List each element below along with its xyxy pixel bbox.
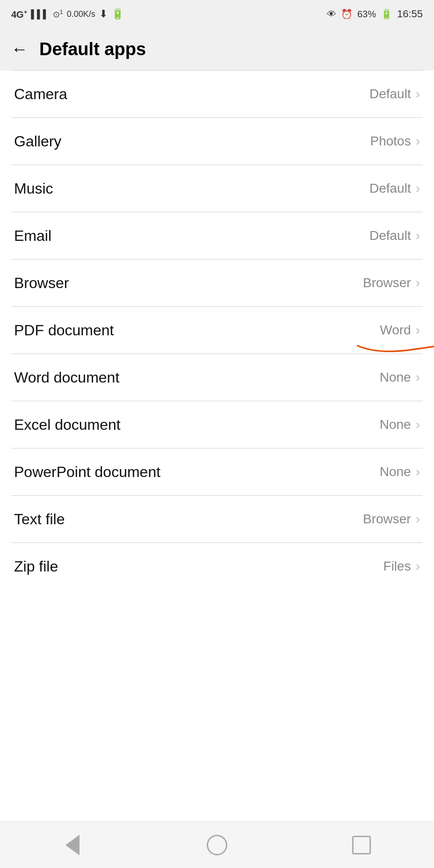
settings-item-pdf-document[interactable]: PDF documentWord› — [0, 307, 434, 354]
download-icon: ⬇ — [99, 8, 108, 20]
item-label: Excel document — [14, 416, 121, 434]
item-label: Text file — [14, 511, 65, 528]
chevron-right-icon: › — [416, 559, 420, 574]
status-left: 4G+ ▌▌▌ ⊙1 0.00K/s ⬇ 🔋 — [11, 8, 124, 20]
back-button[interactable]: ← — [11, 39, 28, 59]
battery-percent: 63% — [357, 9, 376, 20]
item-value: Browser — [363, 275, 411, 290]
item-label: Email — [14, 227, 51, 245]
chevron-right-icon: › — [416, 134, 420, 149]
bottom-nav — [0, 821, 434, 868]
item-label: Gallery — [14, 133, 61, 150]
back-triangle-icon — [65, 835, 80, 855]
item-value: Browser — [363, 512, 411, 527]
settings-item-gallery[interactable]: GalleryPhotos› — [0, 118, 434, 165]
item-right: None› — [380, 370, 420, 385]
item-value: Photos — [370, 134, 411, 149]
settings-item-music[interactable]: MusicDefault› — [0, 165, 434, 212]
battery-icon: 🔋 — [381, 8, 392, 20]
recents-square-icon — [352, 836, 371, 854]
item-right: Files› — [383, 559, 420, 574]
item-value: Default — [369, 181, 411, 196]
item-value: None — [380, 417, 411, 432]
home-circle-icon — [207, 835, 227, 855]
settings-item-word-document[interactable]: Word documentNone› — [0, 354, 434, 401]
clock: 16:55 — [397, 8, 423, 20]
privacy-icon: 👁 — [327, 9, 336, 20]
settings-item-camera[interactable]: CameraDefault› — [0, 71, 434, 117]
item-label: Word document — [14, 369, 119, 386]
network-indicator: 4G+ — [11, 8, 27, 20]
item-right: None› — [380, 417, 420, 432]
item-value: Files — [383, 559, 411, 574]
chevron-right-icon: › — [416, 228, 420, 243]
status-right: 👁 ⏰ 63% 🔋 16:55 — [327, 8, 423, 20]
item-right: Browser› — [363, 512, 420, 527]
item-value: Default — [369, 87, 411, 101]
item-right: Default› — [369, 181, 420, 196]
battery-charging-icon: 🔋 — [111, 8, 124, 20]
settings-item-excel-document[interactable]: Excel documentNone› — [0, 401, 434, 448]
chevron-right-icon: › — [416, 464, 420, 479]
item-right: Default› — [369, 228, 420, 243]
settings-item-zip-file[interactable]: Zip fileFiles› — [0, 543, 434, 590]
item-value: Word — [380, 323, 411, 338]
item-right: Photos› — [370, 134, 420, 149]
settings-item-text-file[interactable]: Text fileBrowser› — [0, 496, 434, 542]
settings-list: CameraDefault›GalleryPhotos›MusicDefault… — [0, 71, 434, 821]
settings-item-email[interactable]: EmailDefault› — [0, 212, 434, 259]
item-value: Default — [369, 228, 411, 243]
item-right: None› — [380, 464, 420, 479]
item-label: PDF document — [14, 322, 114, 339]
item-label: Music — [14, 180, 53, 197]
item-right: Browser› — [363, 275, 420, 290]
status-bar: 4G+ ▌▌▌ ⊙1 0.00K/s ⬇ 🔋 👁 ⏰ 63% 🔋 16:55 — [0, 0, 434, 28]
settings-item-powerpoint-document[interactable]: PowerPoint documentNone› — [0, 448, 434, 495]
nav-home-button[interactable] — [201, 829, 233, 861]
nav-recents-button[interactable] — [345, 829, 378, 861]
item-value: None — [380, 370, 411, 385]
hotspot-icon: ⊙1 — [53, 8, 63, 20]
item-label: Browser — [14, 275, 69, 292]
signal-icon: ▌▌▌ — [31, 9, 49, 19]
chevron-right-icon: › — [416, 370, 420, 385]
item-right: Default› — [369, 87, 420, 101]
item-value: None — [380, 464, 411, 479]
nav-back-button[interactable] — [56, 829, 89, 861]
chevron-right-icon: › — [416, 417, 420, 432]
alarm-icon: ⏰ — [341, 8, 353, 20]
header: ← Default apps — [0, 28, 434, 70]
item-label: Camera — [14, 86, 67, 103]
chevron-right-icon: › — [416, 87, 420, 101]
item-label: Zip file — [14, 558, 58, 575]
item-right: Word› — [380, 323, 420, 338]
chevron-right-icon: › — [416, 512, 420, 527]
settings-item-browser[interactable]: BrowserBrowser› — [0, 260, 434, 306]
page-title: Default apps — [39, 39, 146, 59]
item-label: PowerPoint document — [14, 463, 160, 481]
chevron-right-icon: › — [416, 275, 420, 290]
speed-indicator: 0.00K/s — [67, 9, 95, 19]
chevron-right-icon: › — [416, 323, 420, 338]
chevron-right-icon: › — [416, 181, 420, 196]
